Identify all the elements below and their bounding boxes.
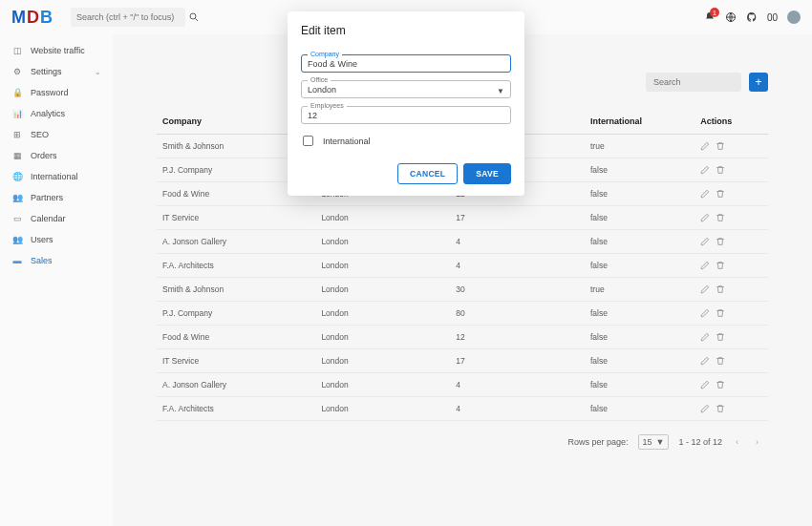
office-label: Office (308, 76, 331, 83)
international-label: International (323, 137, 371, 146)
company-field[interactable]: Company (301, 54, 511, 73)
company-input[interactable] (308, 59, 504, 69)
company-label: Company (308, 51, 342, 57)
save-button[interactable]: SAVE (463, 163, 511, 184)
modal-title: Edit item (301, 24, 511, 37)
employees-field[interactable]: Employees (301, 106, 511, 124)
cancel-button[interactable]: CANCEL (397, 163, 458, 184)
office-field[interactable]: Office ▼ (301, 80, 511, 98)
international-checkbox[interactable] (303, 136, 313, 146)
edit-modal: Edit item Company Office ▼ Employees Int… (288, 11, 524, 196)
employees-label: Employees (308, 102, 347, 109)
employees-input[interactable] (308, 111, 504, 120)
office-input[interactable] (308, 85, 504, 95)
